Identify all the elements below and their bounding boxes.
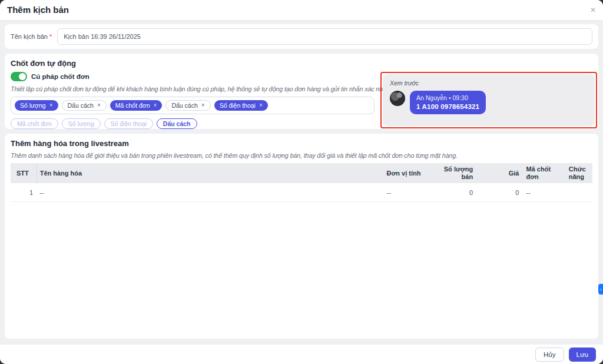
syntax-tag[interactable]: Số lượng × bbox=[15, 100, 58, 111]
script-name-card: Tên kịch bản * bbox=[5, 24, 598, 49]
tag-label: Mã chốt đơn bbox=[115, 102, 150, 109]
cell-action bbox=[565, 183, 592, 202]
annotation-highlight-box: Xem trước An Nguyễn • 09:30 1 A100 09786… bbox=[380, 72, 597, 128]
remove-tag-icon[interactable]: × bbox=[201, 102, 205, 108]
syntax-toggle[interactable] bbox=[11, 72, 27, 81]
save-button[interactable]: Lưu bbox=[569, 348, 597, 362]
products-description: Thêm danh sách hàng hóa để giới thiệu và… bbox=[11, 152, 592, 159]
table-row[interactable]: 1 -- -- 0 0 -- bbox=[11, 183, 592, 202]
message-preview-panel: Xem trước An Nguyễn • 09:30 1 A100 09786… bbox=[383, 74, 595, 126]
syntax-tag-input[interactable]: Số lượng × Dấu cách × Mã chốt đơn × Dấu … bbox=[11, 97, 375, 114]
auto-order-card: Chốt đơn tự động Cú pháp chốt đơn Thiết … bbox=[5, 54, 598, 129]
close-icon[interactable]: ✕ bbox=[590, 0, 596, 20]
cell-unit: -- bbox=[383, 183, 429, 202]
tag-label: Số điện thoại bbox=[220, 102, 256, 109]
meta-dot: • bbox=[449, 94, 451, 101]
syntax-tag[interactable]: Mã chốt đơn × bbox=[110, 100, 163, 111]
page-title: Thêm kịch bản bbox=[7, 0, 69, 20]
script-name-label: Tên kịch bản bbox=[11, 33, 48, 40]
cancel-button[interactable]: Hủy bbox=[535, 348, 564, 362]
required-asterisk: * bbox=[49, 33, 52, 40]
suggestion-chip[interactable]: Dấu cách bbox=[157, 118, 197, 129]
preview-message-row: An Nguyễn • 09:30 1 A100 0978654321 bbox=[390, 91, 588, 114]
col-header-qty: Số lượng bán bbox=[429, 163, 476, 183]
tag-label: Số lượng bbox=[20, 102, 46, 109]
add-script-modal: Thêm kịch bản ✕ Tên kịch bản * Chốt đơn … bbox=[0, 0, 603, 364]
col-header-action: Chức năng bbox=[565, 163, 592, 183]
cell-stt: 1 bbox=[11, 183, 37, 202]
remove-tag-icon[interactable]: × bbox=[97, 102, 101, 108]
products-heading: Thêm hàng hóa trong livestream bbox=[11, 139, 592, 148]
auto-order-heading: Chốt đơn tự động bbox=[11, 59, 592, 68]
products-table: STT Tên hàng hóa Đơn vị tính Số lượng bá… bbox=[11, 163, 592, 202]
suggestion-chip[interactable]: Mã chốt đơn bbox=[11, 118, 58, 129]
suggestion-chip[interactable]: Số lượng bbox=[62, 118, 101, 129]
sender-name: An Nguyễn bbox=[416, 94, 447, 101]
cell-price: 0 bbox=[476, 183, 522, 202]
side-panel-toggle[interactable]: ‹ bbox=[598, 284, 603, 294]
cell-code: -- bbox=[522, 183, 565, 202]
col-header-code: Mã chốt đơn bbox=[522, 163, 565, 183]
table-header-row: STT Tên hàng hóa Đơn vị tính Số lượng bá… bbox=[11, 163, 592, 183]
syntax-tag[interactable]: Số điện thoại × bbox=[214, 100, 268, 111]
message-time: 09:30 bbox=[452, 94, 468, 101]
bubble-meta: An Nguyễn • 09:30 bbox=[416, 94, 479, 101]
remove-tag-icon[interactable]: × bbox=[154, 102, 157, 108]
products-card: Thêm hàng hóa trong livestream Thêm danh… bbox=[5, 134, 598, 339]
cell-name: -- bbox=[37, 183, 383, 202]
col-header-price: Giá bbox=[476, 163, 522, 183]
preview-label: Xem trước bbox=[390, 80, 588, 87]
syntax-tag[interactable]: Dấu cách × bbox=[62, 100, 107, 111]
cell-qty: 0 bbox=[429, 183, 476, 202]
suggestion-chip[interactable]: Số điện thoại bbox=[104, 118, 153, 129]
chat-bubble: An Nguyễn • 09:30 1 A100 0978654321 bbox=[410, 91, 486, 114]
toggle-knob bbox=[19, 73, 26, 80]
modal-body: Tên kịch bản * Chốt đơn tự động Cú pháp … bbox=[0, 20, 603, 345]
remove-tag-icon[interactable]: × bbox=[49, 102, 53, 108]
script-name-input[interactable] bbox=[57, 28, 592, 45]
modal-footer: Hủy Lưu bbox=[0, 345, 603, 364]
tag-label: Dấu cách bbox=[171, 102, 197, 109]
col-header-stt: STT bbox=[11, 163, 37, 183]
remove-tag-icon[interactable]: × bbox=[259, 102, 263, 108]
avatar bbox=[390, 91, 405, 106]
syntax-toggle-label: Cú pháp chốt đơn bbox=[31, 73, 90, 80]
syntax-tag[interactable]: Dấu cách × bbox=[165, 100, 210, 111]
col-header-unit: Đơn vị tính bbox=[383, 163, 429, 183]
preview-message-text: 1 A100 0978654321 bbox=[416, 103, 479, 110]
modal-header: Thêm kịch bản ✕ bbox=[0, 0, 603, 21]
chevron-left-icon: ‹ bbox=[600, 287, 602, 292]
tag-label: Dấu cách bbox=[68, 102, 94, 109]
col-header-name: Tên hàng hóa bbox=[37, 163, 383, 183]
